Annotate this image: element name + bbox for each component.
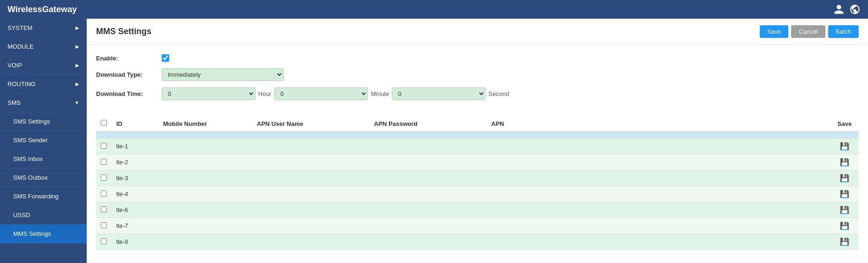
select-all-checkbox[interactable]	[101, 120, 107, 126]
batch-button[interactable]: Batch	[828, 25, 859, 38]
sidebar-item-sms[interactable]: SMS ▼	[0, 94, 87, 112]
sidebar-item-sms-settings[interactable]: SMS Settings	[0, 112, 87, 131]
sidebar-item-voip[interactable]: VOIP ▶	[0, 56, 87, 75]
row-checkbox[interactable]	[101, 190, 107, 197]
row-id	[112, 132, 158, 139]
save-button[interactable]: Save	[760, 25, 789, 38]
download-type-row: Download Type: Immediately Schedule	[96, 68, 859, 81]
row-save: 💾	[831, 218, 859, 234]
row-checkbox[interactable]	[101, 206, 107, 212]
topbar: WirelessGateway	[0, 0, 868, 19]
enable-label: Enable:	[96, 55, 162, 62]
sidebar-label-sms-settings: SMS Settings	[13, 118, 50, 125]
row-checkbox[interactable]	[101, 238, 107, 244]
sidebar-label-voip: VOIP	[7, 62, 22, 69]
table-row: lte-3 💾	[96, 170, 859, 186]
save-row-icon[interactable]: 💾	[840, 222, 849, 230]
row-id: lte-6	[112, 202, 158, 218]
sidebar-item-sms-outbox[interactable]: SMS Outbox	[0, 168, 87, 187]
minute-select[interactable]: 0	[274, 88, 368, 100]
sidebar-label-mms-settings: MMS Settings	[13, 230, 51, 237]
sidebar-label-sms: SMS	[7, 99, 21, 106]
form-area: Enable: Download Type: Immediately Sched…	[87, 45, 868, 116]
content-area: MMS Settings Save Cancel Batch Enable: D…	[87, 19, 868, 263]
row-mobile	[158, 186, 252, 202]
row-apn-pass	[369, 170, 486, 186]
cancel-button[interactable]: Cancel	[791, 25, 825, 38]
row-apn-pass	[369, 139, 486, 154]
time-row: 0 Hour 0 Minute 0 Second	[162, 88, 509, 100]
row-id: lte-7	[112, 218, 158, 234]
row-checkbox[interactable]	[101, 159, 107, 165]
row-id: lte-8	[112, 234, 158, 250]
sidebar-item-mms-settings[interactable]: MMS Settings	[0, 225, 87, 243]
save-row-icon[interactable]: 💾	[840, 174, 849, 182]
sidebar-label-sms-sender: SMS Sender	[13, 137, 48, 144]
sidebar-item-module[interactable]: MODULE ▶	[0, 37, 87, 56]
sidebar-item-sms-sender[interactable]: SMS Sender	[0, 131, 87, 150]
col-header-apn-user: APN User Name	[252, 116, 369, 132]
row-apn-user	[252, 132, 369, 139]
save-row-icon[interactable]: 💾	[840, 238, 849, 246]
row-checkbox[interactable]	[101, 222, 107, 228]
row-check	[96, 154, 112, 170]
mms-table: ID Mobile Number APN User Name APN Passw…	[96, 116, 859, 250]
sidebar-label-sms-forwarding: SMS Forwarding	[13, 193, 59, 200]
chevron-right-icon: ▶	[75, 63, 79, 68]
table-row: lte-7 💾	[96, 218, 859, 234]
download-time-row: Download Time: 0 Hour 0 Minute 0 Second	[96, 88, 859, 100]
table-row-header	[96, 132, 859, 139]
row-apn	[486, 234, 831, 250]
chevron-down-icon: ▼	[75, 100, 79, 105]
col-header-check	[96, 116, 112, 132]
sidebar-item-system[interactable]: SYSTEM ▶	[0, 19, 87, 37]
save-row-icon[interactable]: 💾	[840, 142, 849, 150]
row-check	[96, 234, 112, 250]
row-check	[96, 218, 112, 234]
row-check	[96, 139, 112, 154]
row-mobile	[158, 132, 252, 139]
row-apn-user	[252, 186, 369, 202]
row-apn	[486, 170, 831, 186]
row-apn	[486, 186, 831, 202]
sidebar-label-ussd: USSD	[13, 212, 30, 219]
table-row: lte-2 💾	[96, 154, 859, 170]
row-checkbox[interactable]	[101, 175, 107, 181]
save-row-icon[interactable]: 💾	[840, 190, 849, 198]
sidebar-item-sms-inbox[interactable]: SMS Inbox	[0, 150, 87, 168]
download-type-select[interactable]: Immediately Schedule	[162, 68, 284, 81]
user-icon[interactable]	[833, 4, 845, 15]
sidebar-item-ussd[interactable]: USSD	[0, 206, 87, 225]
page-title: MMS Settings	[96, 27, 151, 37]
row-mobile	[158, 154, 252, 170]
table-row: lte-6 💾	[96, 202, 859, 218]
row-apn-pass	[369, 132, 486, 139]
row-id: lte-1	[112, 139, 158, 154]
second-select[interactable]: 0	[392, 88, 486, 100]
globe-icon[interactable]	[849, 4, 861, 15]
row-id: lte-3	[112, 170, 158, 186]
row-apn-pass	[369, 218, 486, 234]
row-apn	[486, 154, 831, 170]
minute-label: Minute	[371, 90, 389, 97]
sidebar: SYSTEM ▶ MODULE ▶ VOIP ▶ ROUTING ▶ SMS ▼…	[0, 19, 87, 263]
row-save	[831, 132, 859, 139]
main-layout: SYSTEM ▶ MODULE ▶ VOIP ▶ ROUTING ▶ SMS ▼…	[0, 19, 868, 263]
sidebar-item-sms-forwarding[interactable]: SMS Forwarding	[0, 187, 87, 206]
row-save: 💾	[831, 170, 859, 186]
enable-checkbox[interactable]	[162, 54, 169, 62]
save-row-icon[interactable]: 💾	[840, 158, 849, 166]
row-save: 💾	[831, 186, 859, 202]
save-row-icon[interactable]: 💾	[840, 206, 849, 214]
row-check	[96, 132, 112, 139]
chevron-right-icon: ▶	[75, 25, 79, 30]
table-header-row: ID Mobile Number APN User Name APN Passw…	[96, 116, 859, 132]
row-save: 💾	[831, 154, 859, 170]
row-mobile	[158, 170, 252, 186]
sidebar-item-routing[interactable]: ROUTING ▶	[0, 75, 87, 94]
row-apn-user	[252, 139, 369, 154]
row-check	[96, 186, 112, 202]
hour-select[interactable]: 0	[162, 88, 255, 100]
row-checkbox[interactable]	[101, 143, 107, 149]
row-save: 💾	[831, 139, 859, 154]
